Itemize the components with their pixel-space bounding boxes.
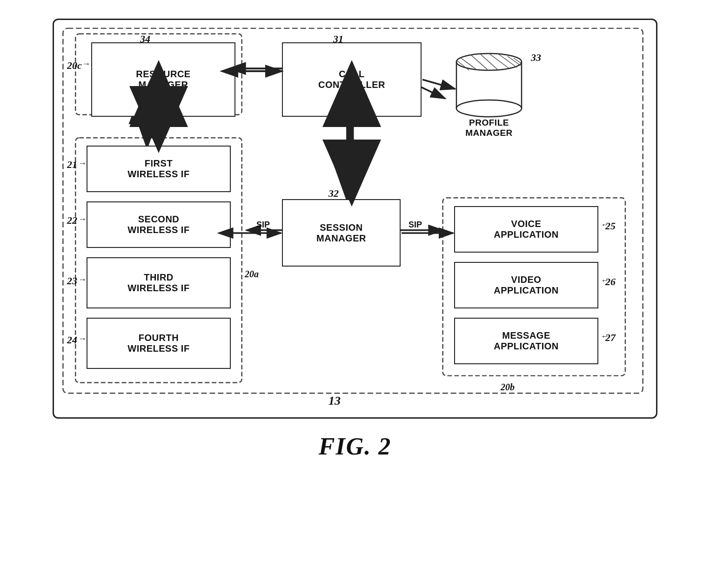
- ref-20a: 20a: [245, 269, 259, 280]
- ref-31: 31: [333, 33, 343, 45]
- sip-right-label: SIP: [409, 220, 422, 230]
- ref-20c: 20c: [67, 60, 82, 72]
- svg-point-15: [456, 100, 522, 117]
- figure-caption: FIG. 2: [319, 433, 391, 460]
- third-wireless-label: THIRDWIRELESS IF: [127, 272, 189, 294]
- call-controller-block: CALLCONTROLLER: [282, 42, 422, 117]
- voice-application-label: VOICEAPPLICATION: [494, 219, 559, 240]
- video-application-block: VIDEOAPPLICATION: [454, 262, 598, 308]
- message-application-label: MESSAGEAPPLICATION: [494, 330, 559, 352]
- first-wireless-block: FIRSTWIRELESS IF: [87, 146, 231, 192]
- sip-left-label: SIP: [256, 220, 270, 230]
- second-wireless-label: SECONDWIRELESS IF: [127, 214, 189, 235]
- second-wireless-block: SECONDWIRELESS IF: [87, 201, 231, 248]
- ref-13: 13: [328, 394, 341, 408]
- profile-manager-label: PROFILEMANAGER: [452, 118, 526, 138]
- ref-34: 34: [140, 33, 150, 45]
- ref-23: 23: [67, 275, 77, 287]
- first-wireless-label: FIRSTWIRELESS IF: [127, 158, 189, 180]
- session-manager-block: SESSIONMANAGER: [282, 199, 401, 267]
- fourth-wireless-label: FOURTHWIRELESS IF: [127, 333, 189, 354]
- ref-24: 24: [67, 334, 77, 346]
- resource-manager-block: RESOURCEMANAGER: [91, 42, 235, 117]
- diagram-box: 20c → RESOURCEMANAGER 34 CALLCONTROLLER …: [53, 19, 657, 419]
- message-application-block: MESSAGEAPPLICATION: [454, 318, 598, 364]
- third-wireless-block: THIRDWIRELESS IF: [87, 257, 231, 308]
- call-controller-label: CALLCONTROLLER: [318, 69, 385, 90]
- ref-21: 21: [67, 159, 77, 171]
- svg-line-30: [422, 80, 455, 89]
- video-application-label: VIDEOAPPLICATION: [494, 274, 559, 296]
- outer-container: 20c → RESOURCEMANAGER 34 CALLCONTROLLER …: [34, 19, 676, 507]
- ref-22: 22: [67, 214, 77, 227]
- resource-manager-label: RESOURCEMANAGER: [136, 69, 190, 90]
- ref-32: 32: [328, 187, 339, 200]
- session-manager-label: SESSIONMANAGER: [316, 222, 366, 244]
- ref-20b: 20b: [501, 382, 515, 393]
- ref-33: 33: [531, 52, 541, 64]
- fourth-wireless-block: FOURTHWIRELESS IF: [87, 318, 231, 369]
- profile-manager-cylinder: [452, 48, 526, 124]
- voice-application-block: VOICEAPPLICATION: [454, 206, 598, 253]
